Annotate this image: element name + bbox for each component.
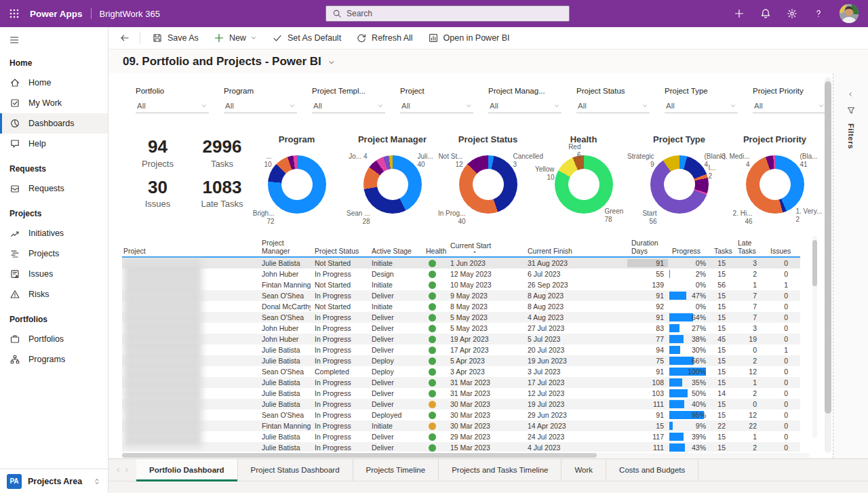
sidebar-item-requests[interactable]: Requests	[0, 178, 108, 199]
filter-project-status: Project StatusAll	[576, 87, 650, 113]
donut-ring[interactable]	[746, 155, 804, 214]
open-in-power-bi-button[interactable]: Open in Power BI	[420, 27, 517, 49]
column-header-progress[interactable]: Progress	[668, 247, 710, 255]
settings-gear-icon[interactable]	[787, 8, 797, 19]
cell-issues: 0	[766, 400, 795, 408]
health-dot-green	[429, 325, 436, 332]
title-chevron-down-icon[interactable]	[328, 58, 336, 66]
table-row[interactable]: Julie BatistaIn ProgressDeliver31 Mar 20…	[122, 377, 800, 388]
add-button[interactable]	[734, 8, 745, 19]
tab-scroll-left-button[interactable]	[115, 467, 121, 473]
table-row[interactable]: John HuberIn ProgressDeliver5 May 202327…	[122, 323, 800, 334]
table-row[interactable]: Sean O'SheaCompletedDeploy3 Apr 20233 Ju…	[122, 366, 800, 377]
column-header-health[interactable]: Health	[422, 247, 446, 255]
sidebar-item-portfolios[interactable]: Portfolios	[0, 329, 108, 349]
donut-ring[interactable]	[459, 155, 517, 214]
sidebar-item-help[interactable]: Help	[0, 134, 108, 154]
tab-work[interactable]: Work	[561, 459, 606, 481]
filters-panel-label[interactable]: Filters	[847, 123, 855, 149]
filter-dropdown-program[interactable]: All	[224, 102, 297, 113]
cell-current-start: 30 Mar 2023	[446, 422, 524, 430]
donut-ring[interactable]	[363, 155, 422, 214]
tab-projects-and-tasks-timeline[interactable]: Projects and Tasks Timeline	[439, 459, 561, 481]
progress-bar	[669, 389, 688, 397]
help-question-icon[interactable]	[813, 8, 824, 19]
table-row[interactable]: Julie BatistaIn ProgressDeliver29 Mar 20…	[122, 431, 800, 442]
sidebar-item-issues[interactable]: Issues	[0, 264, 108, 284]
filter-dropdown-project-templ[interactable]: All	[312, 102, 385, 113]
hamburger-menu-icon[interactable]	[9, 35, 20, 45]
donut-ring[interactable]	[268, 155, 326, 214]
table-row[interactable]: Donal McCarthyNot StartedInitiate8 May 2…	[122, 301, 800, 312]
progress-bar	[669, 324, 679, 332]
tab-projects-timeline[interactable]: Projects Timeline	[353, 459, 439, 481]
chevron-down-icon	[465, 102, 472, 109]
sidebar-item-risks[interactable]: Risks	[0, 284, 108, 304]
app-name[interactable]: Power Apps	[30, 9, 83, 19]
column-header-tasks[interactable]: Tasks	[710, 247, 734, 255]
expand-filters-arrow-icon[interactable]	[847, 91, 854, 98]
set-as-default-button[interactable]: Set As Default	[264, 27, 349, 49]
back-button[interactable]	[114, 27, 136, 49]
filter-dropdown-project-manag[interactable]: All	[488, 102, 561, 113]
table-row[interactable]: Julie BatistaIn ProgressDeliver17 Apr 20…	[122, 344, 800, 355]
table-row[interactable]: Sean O'SheaIn ProgressDeployed30 Mar 202…	[122, 410, 800, 420]
table-row[interactable]: Julie BatistaNot StartedInitiate1 Jun 20…	[122, 258, 800, 269]
table-row[interactable]: Sean O'SheaIn ProgressDeliver9 May 20238…	[122, 290, 800, 301]
cell-duration-days: 91	[627, 292, 668, 300]
table-row[interactable]: John HuberIn ProgressDeliver19 Apr 20235…	[122, 334, 800, 344]
tab-portfolio-dashboard[interactable]: Portfolio Dashboard	[136, 459, 238, 481]
sidebar-item-my-work[interactable]: My Work	[0, 93, 108, 113]
chart-title: Program	[249, 133, 344, 144]
filter-dropdown-project[interactable]: All	[400, 102, 473, 113]
area-switcher[interactable]: PA Projects Area	[0, 469, 108, 493]
user-avatar[interactable]	[840, 4, 859, 23]
table-row[interactable]: Julie BatistaIn ProgressDeliver31 Mar 20…	[122, 388, 800, 399]
column-header-duration-days[interactable]: Duration Days	[627, 239, 668, 255]
new-button[interactable]: New	[206, 27, 264, 49]
cell-current-start: 8 May 2023	[446, 302, 524, 311]
search-placeholder: Search	[347, 9, 372, 18]
table-row[interactable]: Sean O'SheaIn ProgressDeliver5 May 20234…	[122, 312, 800, 323]
filter-dropdown-portfolio[interactable]: All	[136, 102, 209, 113]
table-row[interactable]: Fintan ManningIn ProgressInitiate30 Mar …	[122, 420, 800, 431]
health-dot-green	[429, 271, 436, 278]
donut-ring[interactable]	[555, 155, 613, 214]
sidebar-item-projects[interactable]: Projects	[0, 243, 108, 264]
donut-ring[interactable]	[650, 155, 709, 214]
sidebar-item-home[interactable]: Home	[0, 73, 108, 93]
waffle-menu-button[interactable]	[0, 0, 28, 27]
tab-project-status-dashboard[interactable]: Project Status Dashboard	[238, 459, 353, 481]
refresh-all-button[interactable]: Refresh All	[349, 27, 420, 49]
column-header-issues[interactable]: Issues	[766, 247, 795, 255]
column-header-current-finish[interactable]: Current Finish	[524, 247, 627, 255]
tab-costs-and-budgets[interactable]: Costs and Budgets	[606, 459, 698, 481]
filter-dropdown-project-status[interactable]: All	[576, 102, 650, 113]
sidebar-item-dashboards[interactable]: Dashboards	[0, 113, 108, 134]
filter-dropdown-project-priority[interactable]: All	[753, 102, 826, 113]
table-vertical-scrollbar-thumb[interactable]	[812, 240, 817, 286]
table-row[interactable]: Julie BatistaIn ProgressDeploy5 Apr 2023…	[122, 355, 800, 366]
save-as-button[interactable]: Save As	[144, 27, 206, 49]
environment-name[interactable]: BrightWork 365	[100, 9, 160, 19]
filter-selected-value: All	[401, 102, 410, 110]
column-header-project-status[interactable]: Project Status	[311, 247, 368, 255]
table-row[interactable]: Fintan ManningNot StartedInitiate10 May …	[122, 279, 800, 290]
table-row[interactable]: Julie BatistaIn ProgressDeliver15 Mar 20…	[122, 442, 800, 452]
sidebar-item-programs[interactable]: Programs	[0, 349, 108, 370]
column-header-project[interactable]: Project	[122, 247, 258, 255]
column-header-current-start[interactable]: Current Start	[446, 241, 524, 255]
filter-dropdown-project-type[interactable]: All	[665, 102, 738, 113]
tab-scroll-right-button[interactable]	[123, 467, 130, 473]
table-row[interactable]: Julie BatistaIn ProgressDeliver30 Mar 20…	[122, 399, 800, 410]
page-scrollbar-thumb[interactable]	[825, 81, 831, 414]
table-horizontal-scrollbar-thumb[interactable]	[122, 453, 597, 458]
table-row[interactable]: John HuberIn ProgressDesign12 May 20236 …	[122, 269, 800, 279]
column-header-active-stage[interactable]: Active Stage	[368, 247, 422, 255]
sidebar-item-initiatives[interactable]: Initiatives	[0, 223, 108, 243]
notifications-bell-icon[interactable]	[760, 8, 771, 19]
column-header-late-tasks[interactable]: Late Tasks	[734, 239, 766, 255]
chart-label-value: 9	[627, 161, 654, 169]
column-header-project-manager[interactable]: Project Manager	[258, 239, 311, 255]
search-input[interactable]: Search	[326, 5, 570, 22]
